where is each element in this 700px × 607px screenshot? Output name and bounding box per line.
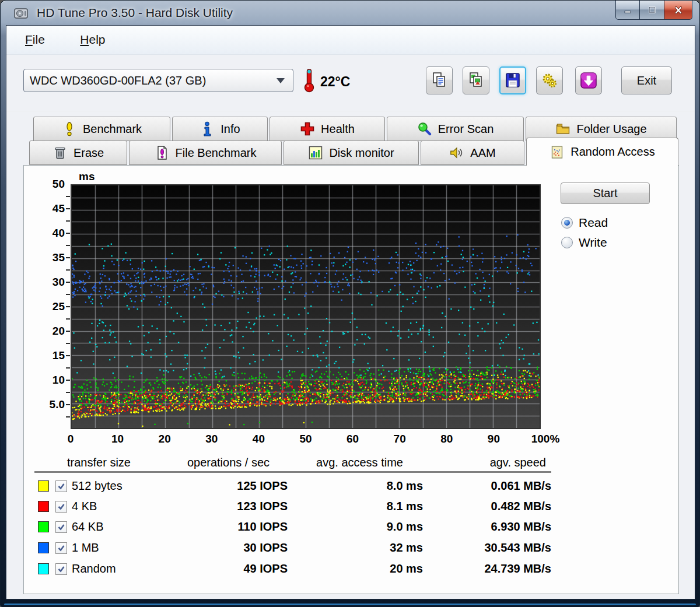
scatter-dots-icon: [550, 145, 565, 160]
save-icon: [504, 71, 522, 90]
series-checkbox[interactable]: [55, 501, 67, 513]
y-tickmark: [66, 196, 70, 197]
write-radio[interactable]: Write: [561, 236, 607, 250]
table-row: 512 bytes 125 IOPS 8.0 ms 0.061 MB/s: [34, 476, 551, 496]
y-tick-label: 50: [29, 178, 65, 191]
exit-button[interactable]: Exit: [621, 66, 672, 94]
y-tickmark: [66, 380, 70, 381]
copy-report-button[interactable]: [426, 66, 453, 94]
x-tick-label: 70: [379, 433, 420, 445]
x-tick-label: 40: [238, 433, 279, 445]
series-color-swatch: [38, 563, 49, 574]
tab-info[interactable]: Info: [172, 117, 268, 141]
copy-image-icon: [467, 71, 485, 90]
y-tick-label: 10: [29, 374, 65, 387]
series-color-swatch: [38, 480, 49, 492]
minimize-button[interactable]: [615, 1, 640, 20]
y-tick-label: 45: [29, 202, 65, 215]
y-tick-label: 40: [29, 227, 65, 240]
series-color-swatch: [38, 521, 49, 532]
maximize-button[interactable]: [640, 1, 664, 20]
menubar: File Help: [6, 26, 695, 55]
benchmark-exclamation-icon: [62, 121, 77, 136]
y-tickmark: [66, 404, 70, 405]
y-tickmark: [66, 416, 70, 417]
menu-help[interactable]: Help: [76, 31, 108, 48]
speaker-icon: [449, 145, 464, 160]
y-tick-label: 35: [29, 251, 65, 264]
y-tickmark: [66, 355, 70, 356]
drive-select[interactable]: WDC WD360GD-00FLA2 (37 GB): [23, 69, 293, 92]
y-tickmark: [66, 233, 70, 234]
close-button[interactable]: [664, 1, 692, 20]
trash-icon: [52, 145, 68, 160]
tab-error-scan[interactable]: Error Scan: [387, 117, 524, 141]
download-icon: [579, 71, 598, 90]
tab-disk-monitor[interactable]: Disk monitor: [284, 141, 419, 165]
toolbar-divider: [6, 111, 695, 112]
y-tickmark: [66, 245, 70, 246]
read-radio-circle[interactable]: [561, 217, 573, 229]
app-icon: [13, 6, 29, 21]
y-tickmark: [66, 220, 70, 222]
series-checkbox[interactable]: [55, 563, 67, 575]
window-title: HD Tune Pro 3.50 - Hard Disk Utility: [37, 6, 233, 20]
read-radio[interactable]: Read: [561, 216, 608, 230]
y-tick-label: 30: [29, 276, 65, 289]
series-color-swatch: [38, 542, 49, 553]
titlebar[interactable]: HD Tune Pro 3.50 - Hard Disk Utility: [1, 1, 699, 25]
app-window: HD Tune Pro 3.50 - Hard Disk Utility Fil…: [0, 0, 700, 607]
client-area: File Help WDC WD360GD-00FLA2 (37 GB) 22°…: [6, 25, 695, 599]
info-icon: [200, 121, 215, 136]
bar-chart-icon: [308, 145, 323, 160]
save-button[interactable]: [499, 66, 526, 94]
options-button[interactable]: [536, 66, 563, 94]
series-checkbox[interactable]: [55, 542, 67, 554]
tab-random-access[interactable]: Random Access: [526, 138, 678, 166]
thermometer-icon: [303, 68, 316, 96]
health-cross-icon: [300, 121, 315, 136]
tab-erase[interactable]: Erase: [29, 141, 127, 165]
access-time-scatter-chart: [71, 184, 541, 429]
write-radio-circle[interactable]: [561, 237, 573, 248]
x-tick-label: 0: [50, 433, 91, 445]
copy-report-icon: [430, 71, 448, 90]
y-tickmark: [66, 257, 70, 258]
series-checkbox[interactable]: [55, 480, 67, 492]
table-row: 64 KB 110 IOPS 9.0 ms 6.930 MB/s: [34, 517, 551, 537]
copy-image-button[interactable]: [463, 66, 489, 94]
file-exclamation-icon: [155, 145, 170, 160]
temperature-value: 22°C: [320, 74, 350, 90]
chevron-down-icon: [276, 78, 285, 83]
table-header-row: transfer size operations / sec avg. acce…: [34, 452, 551, 473]
folder-icon: [555, 121, 570, 136]
tab-benchmark[interactable]: Benchmark: [33, 117, 170, 141]
x-tick-label: 50: [285, 433, 326, 445]
y-tickmark: [66, 331, 70, 332]
options-gears-icon: [540, 71, 559, 90]
series-color-swatch: [38, 501, 49, 512]
y-tick-label: 25: [29, 300, 65, 313]
x-tick-label: 20: [144, 433, 185, 445]
tab-health[interactable]: Health: [270, 117, 385, 141]
tab-aam[interactable]: AAM: [421, 141, 524, 165]
y-tick-label: 15: [29, 349, 65, 362]
tab-file-benchmark[interactable]: File Benchmark: [129, 141, 282, 165]
y-tickmark: [66, 367, 70, 369]
series-checkbox[interactable]: [55, 521, 67, 533]
y-tickmark: [66, 269, 70, 271]
col-transfer-size: transfer size: [34, 456, 163, 469]
menu-file[interactable]: File: [22, 31, 48, 48]
x-tick-label: 30: [191, 433, 232, 445]
x-tick-label: 60: [332, 433, 373, 445]
random-access-page: ms 5045403530252015105.0 010203040506070…: [23, 165, 679, 594]
x-tick-label: 100%: [525, 433, 566, 445]
x-tick-label: 80: [426, 433, 467, 445]
y-tickmark: [66, 306, 70, 307]
x-tick-label: 10: [97, 433, 138, 445]
download-button[interactable]: [575, 66, 602, 94]
y-tickmark: [66, 318, 70, 320]
start-button[interactable]: Start: [561, 183, 650, 204]
y-tick-label: 5.0: [29, 398, 65, 411]
col-avg-speed: agv. speed: [426, 456, 548, 469]
